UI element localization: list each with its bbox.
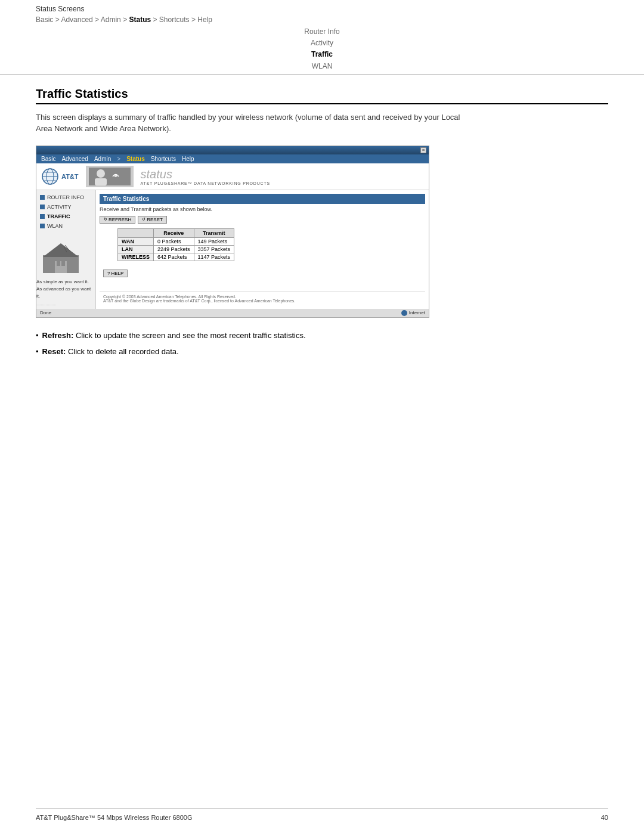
- sidebar-item-routerinfo[interactable]: ROUTER INFO: [36, 193, 95, 202]
- subnav-router-info[interactable]: Router Info: [304, 26, 339, 38]
- lan-receive: 2249 Packets: [154, 245, 194, 253]
- breadcrumb-basic[interactable]: Basic: [36, 16, 53, 24]
- router-copyright: Copyright © 2003 Advanced American Telep…: [100, 292, 425, 305]
- att-globe-icon: [41, 168, 59, 185]
- router-header-text: status AT&T PLUG&SHARE™ DATA NETWORKING …: [141, 168, 424, 185]
- bullet-refresh-text: Refresh: Click to update the screen and …: [42, 330, 306, 342]
- wireless-label: WIRELESS: [118, 253, 154, 261]
- status-bar-done: Done: [40, 310, 51, 315]
- sidebar-activity-label: ACTIVITY: [47, 204, 72, 210]
- svg-rect-12: [57, 261, 60, 266]
- page-description: This screen displays a summary of traffi…: [36, 112, 465, 135]
- bullet-icon: [40, 214, 45, 219]
- wireless-receive: 642 Packets: [154, 253, 194, 261]
- top-bar: Status Screens Basic > Advanced > Admin …: [0, 0, 644, 75]
- wan-transmit: 149 Packets: [194, 237, 234, 245]
- reset-label: Reset:: [42, 347, 66, 356]
- bullet-dot: •: [36, 346, 39, 358]
- bullet-refresh: • Refresh: Click to update the screen an…: [36, 330, 608, 342]
- svg-point-8: [115, 176, 116, 177]
- table-header-receive: Receive: [154, 228, 194, 237]
- svg-point-6: [97, 169, 105, 178]
- main-content: Traffic Statistics This screen displays …: [0, 75, 644, 374]
- help-icon: ?: [107, 271, 110, 276]
- breadcrumb-help[interactable]: Help: [197, 16, 212, 24]
- att-logo-area: AT&T: [41, 168, 79, 185]
- att-logo-text: AT&T: [61, 173, 79, 180]
- router-person-icon: [89, 168, 131, 185]
- router-nav-admin[interactable]: Admin: [94, 156, 111, 162]
- router-sidebar-tagline: As simple as you want it. As advanced as…: [36, 278, 95, 308]
- wan-label: WAN: [118, 237, 154, 245]
- router-house-image: [36, 237, 95, 278]
- status-word-label: status: [141, 168, 424, 181]
- reset-description: Click to delete all recorded data.: [68, 347, 179, 356]
- router-nav-advanced[interactable]: Advanced: [61, 156, 88, 162]
- lan-label: LAN: [118, 245, 154, 253]
- router-sidebar: ROUTER INFO ACTIVITY TRAFFIC WLAN: [36, 190, 96, 309]
- page-title: Traffic Statistics: [36, 87, 608, 104]
- internet-label: Internet: [409, 310, 425, 315]
- sidebar-wlan-label: WLAN: [47, 223, 63, 229]
- table-header-transmit: Transmit: [194, 228, 234, 237]
- close-icon[interactable]: ×: [420, 147, 426, 153]
- subnav-traffic[interactable]: Traffic: [311, 49, 333, 60]
- bullet-section: • Refresh: Click to update the screen an…: [36, 330, 608, 358]
- table-row: WIRELESS 642 Packets 1147 Packets: [118, 253, 234, 261]
- refresh-label: Refresh:: [42, 331, 74, 340]
- button-row: ↻ REFRESH ↺ RESET: [100, 216, 425, 224]
- sidebar-traffic-label: TRAFFIC: [47, 213, 70, 219]
- router-header-image: [86, 166, 134, 187]
- footer-product: AT&T Plug&Share™ 54 Mbps Wireless Router…: [36, 814, 193, 821]
- router-nav-bar: Basic Advanced Admin > Status Shortcuts …: [36, 154, 429, 163]
- breadcrumb-shortcuts[interactable]: Shortcuts: [159, 16, 190, 24]
- bullet-dot: •: [36, 330, 39, 342]
- svg-rect-7: [95, 178, 107, 185]
- bullet-reset: • Reset: Click to delete all recorded da…: [36, 346, 608, 358]
- router-status-bar: Done Internet: [36, 309, 429, 317]
- router-nav-status[interactable]: Status: [126, 156, 145, 162]
- traffic-description: Receive and Transmit packets as shown be…: [100, 206, 425, 212]
- subnav-wlan[interactable]: WLAN: [312, 61, 333, 72]
- router-ui-screenshot: × Basic Advanced Admin > Status Shortcut…: [36, 145, 429, 318]
- router-nav-arrow: >: [117, 156, 120, 162]
- window-topbar: ×: [36, 146, 429, 154]
- refresh-icon: ↻: [104, 217, 107, 222]
- router-nav-help[interactable]: Help: [182, 156, 194, 162]
- lan-transmit: 3357 Packets: [194, 245, 234, 253]
- subnav-activity[interactable]: Activity: [311, 38, 333, 49]
- wireless-transmit: 1147 Packets: [194, 253, 234, 261]
- help-button[interactable]: ? HELP: [103, 270, 128, 277]
- refresh-description: Click to update the screen and see the m…: [76, 331, 306, 340]
- section-title: Status Screens: [36, 5, 608, 13]
- bullet-icon: [40, 224, 45, 228]
- house-router-icon: [40, 240, 82, 273]
- breadcrumb-status[interactable]: Status: [129, 16, 151, 24]
- breadcrumb-admin[interactable]: Admin: [101, 16, 121, 24]
- sidebar-item-wlan[interactable]: WLAN: [36, 221, 95, 231]
- router-tagline: AT&T PLUG&SHARE™ DATA NETWORKING PRODUCT…: [141, 181, 424, 185]
- sidebar-routerinfo-label: ROUTER INFO: [47, 194, 84, 200]
- svg-rect-13: [61, 261, 65, 266]
- internet-badge: Internet: [401, 310, 425, 316]
- reset-icon: ↺: [142, 217, 145, 222]
- router-nav-shortcuts[interactable]: Shortcuts: [151, 156, 176, 162]
- sub-navigation: Router Info Activity Traffic WLAN: [36, 26, 608, 72]
- table-header-empty: [118, 228, 154, 237]
- traffic-panel-header: Traffic Statistics: [100, 194, 425, 204]
- refresh-button[interactable]: ↻ REFRESH: [100, 216, 135, 224]
- router-main-panel: Traffic Statistics Receive and Transmit …: [96, 190, 429, 309]
- sidebar-item-activity[interactable]: ACTIVITY: [36, 202, 95, 212]
- internet-globe-icon: [401, 310, 407, 316]
- breadcrumb-advanced[interactable]: Advanced: [61, 16, 92, 24]
- router-nav-basic[interactable]: Basic: [41, 156, 55, 162]
- bullet-icon: [40, 195, 45, 200]
- breadcrumb: Basic > Advanced > Admin > Status > Shor…: [36, 16, 608, 24]
- table-row: WAN 0 Packets 149 Packets: [118, 237, 234, 245]
- sidebar-item-traffic[interactable]: TRAFFIC: [36, 212, 95, 221]
- svg-marker-10: [43, 243, 79, 257]
- reset-button[interactable]: ↺ RESET: [138, 216, 167, 224]
- wan-receive: 0 Packets: [154, 237, 194, 245]
- bullet-reset-text: Reset: Click to delete all recorded data…: [42, 346, 179, 358]
- bullet-icon: [40, 205, 45, 209]
